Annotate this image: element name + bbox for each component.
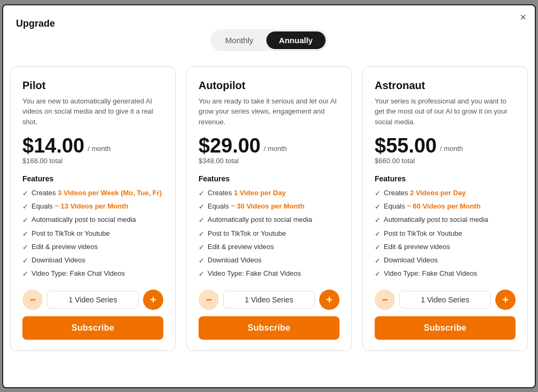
modal-title: Upgrade	[16, 18, 55, 29]
check-icon: ✓	[375, 215, 381, 225]
check-icon: ✓	[375, 256, 381, 266]
plan-name: Autopilot	[199, 79, 339, 92]
plan-description: You are new to automatically generated A…	[22, 96, 163, 127]
series-stepper: − 1 Video Series +	[375, 290, 516, 310]
feature-item: ✓Edit & preview videos	[199, 242, 339, 252]
feature-list: ✓Creates 1 Video per Day✓Equals ~ 30 Vid…	[199, 188, 339, 279]
check-icon: ✓	[22, 215, 28, 225]
series-stepper: − 1 Video Series +	[199, 290, 339, 310]
check-icon: ✓	[375, 269, 381, 279]
feature-item: ✓Automatically post to social media	[22, 215, 163, 225]
increment-button[interactable]: +	[319, 290, 339, 310]
check-icon: ✓	[199, 269, 204, 279]
check-icon: ✓	[375, 202, 381, 212]
plan-name: Astronaut	[375, 79, 516, 92]
check-icon: ✓	[22, 202, 28, 212]
feature-item: ✓Download Videos	[375, 255, 516, 266]
feature-item: ✓Download Videos	[199, 255, 339, 266]
features-label: Features	[199, 174, 339, 183]
check-icon: ✓	[199, 229, 204, 239]
plan-price-row: $55.00 / month	[375, 135, 516, 156]
series-value: 1 Video Series	[47, 291, 139, 309]
series-value: 1 Video Series	[223, 291, 315, 309]
decrement-button[interactable]: −	[22, 290, 43, 310]
features-label: Features	[375, 174, 516, 183]
series-stepper: − 1 Video Series +	[22, 290, 163, 310]
feature-item: ✓Post to TikTok or Youtube	[375, 229, 516, 239]
billing-toggle: Monthly Annually	[210, 29, 328, 51]
feature-item: ✓Video Type: Fake Chat Videos	[22, 269, 163, 279]
decrement-button[interactable]: −	[375, 290, 395, 310]
feature-item: ✓Equals ~ 13 Videos per Month	[22, 202, 163, 212]
check-icon: ✓	[199, 243, 204, 252]
plan-price: $55.00	[375, 135, 437, 156]
check-icon: ✓	[199, 215, 204, 225]
feature-item: ✓Download Videos	[22, 255, 163, 266]
feature-item: ✓Edit & preview videos	[22, 242, 163, 252]
plan-total: $348.00 total	[199, 157, 339, 165]
check-icon: ✓	[22, 256, 28, 266]
plan-card-autopilot: Autopilot You are ready to take it serio…	[186, 66, 352, 351]
check-icon: ✓	[199, 202, 204, 212]
check-icon: ✓	[22, 269, 28, 279]
plan-per-month: / month	[88, 145, 110, 153]
monthly-toggle[interactable]: Monthly	[212, 31, 266, 49]
feature-item: ✓Equals ~ 30 Videos per Month	[199, 202, 339, 212]
check-icon: ✓	[199, 189, 204, 198]
annually-toggle[interactable]: Annually	[266, 31, 326, 49]
feature-item: ✓Video Type: Fake Chat Videos	[375, 269, 516, 279]
plan-name: Pilot	[22, 79, 163, 92]
check-icon: ✓	[22, 189, 28, 198]
check-icon: ✓	[22, 243, 28, 252]
feature-item: ✓Automatically post to social media	[375, 215, 516, 225]
feature-item: ✓Creates 2 Videos per Day	[375, 188, 516, 198]
subscribe-button[interactable]: Subscribe	[199, 316, 339, 340]
feature-item: ✓Creates 1 Video per Day	[199, 188, 339, 198]
plan-per-month: / month	[264, 145, 287, 153]
plans-container: Pilot You are new to automatically gener…	[16, 66, 522, 351]
feature-item: ✓Creates 3 Videos per Week (Mo, Tue, Fr)	[22, 188, 163, 198]
plan-total: $168.00 total	[22, 157, 163, 165]
close-button[interactable]: ×	[520, 12, 526, 22]
feature-item: ✓Post to TikTok or Youtube	[22, 229, 163, 239]
check-icon: ✓	[22, 229, 28, 239]
check-icon: ✓	[199, 256, 204, 266]
upgrade-modal: Upgrade × Monthly Annually Pilot You are…	[2, 4, 536, 388]
check-icon: ✓	[375, 229, 381, 239]
series-value: 1 Video Series	[399, 291, 491, 309]
plan-description: You are ready to take it serious and let…	[199, 96, 339, 127]
feature-item: ✓Post to TikTok or Youtube	[199, 229, 339, 239]
subscribe-button[interactable]: Subscribe	[22, 316, 163, 340]
feature-item: ✓Equals ~ 60 Videos per Month	[375, 202, 516, 212]
plan-price-row: $29.00 / month	[199, 135, 339, 156]
increment-button[interactable]: +	[495, 290, 516, 310]
plan-card-astronaut: Astronaut Your series is professional an…	[362, 66, 528, 351]
plan-total: $660.00 total	[375, 157, 516, 165]
plan-price: $29.00	[199, 135, 260, 156]
plan-card-pilot: Pilot You are new to automatically gener…	[10, 66, 176, 351]
plan-description: Your series is professional and you want…	[375, 96, 516, 127]
plan-price: $14.00	[22, 135, 84, 156]
plan-per-month: / month	[440, 145, 463, 153]
subscribe-button[interactable]: Subscribe	[375, 316, 516, 340]
feature-list: ✓Creates 2 Videos per Day✓Equals ~ 60 Vi…	[375, 188, 516, 279]
check-icon: ✓	[375, 189, 381, 198]
check-icon: ✓	[375, 243, 381, 252]
increment-button[interactable]: +	[143, 290, 163, 310]
feature-list: ✓Creates 3 Videos per Week (Mo, Tue, Fr)…	[22, 188, 163, 279]
feature-item: ✓Video Type: Fake Chat Videos	[199, 269, 339, 279]
feature-item: ✓Edit & preview videos	[375, 242, 516, 252]
feature-item: ✓Automatically post to social media	[199, 215, 339, 225]
features-label: Features	[22, 174, 163, 183]
plan-price-row: $14.00 / month	[22, 135, 163, 156]
decrement-button[interactable]: −	[199, 290, 219, 310]
